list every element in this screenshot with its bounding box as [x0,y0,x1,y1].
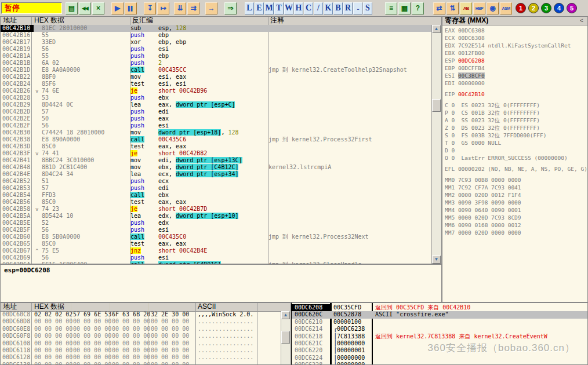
disasm-row[interactable]: 00C42B1A55pushebp [1,53,432,60]
disasm-row[interactable]: 00C42B1655pushebp [1,32,432,39]
register-line[interactable]: Z 0 DS 0023 32位 0(FFFFFFFF) [445,124,587,132]
scroll-thumb[interactable] [432,99,441,112]
register-line[interactable]: O 0 LastErr ERROR_SUCCESS (00000000) [445,154,587,162]
step-into-button[interactable]: ↧ [144,2,156,14]
run-trace-button[interactable]: ... [353,2,362,14]
register-line[interactable]: EBP 00DCFFB4 [445,64,587,72]
dump-row[interactable]: 00DC60E800 00 00 0000 00 00 0000 00 00 0… [1,326,281,333]
dump-row[interactable]: 00DC60C802 02 02 0257 69 6E 536F 63 6B 2… [1,311,281,318]
register-line[interactable]: MM4 0090 0640 0090 0001 [445,206,587,214]
disasm-row[interactable]: 00C42B418BBC24 3C010000movedi, dword ptr… [1,157,432,164]
breakpoint-1-button[interactable]: 1 [516,3,526,13]
register-line[interactable]: S 0 FS 003B 32位 7FFDD000(FFF) [445,132,587,139]
stack-row[interactable]: 00DC620C00C52878ASCII "crossfire.exe" [292,311,587,318]
step-over-button[interactable]: ↦ [157,2,169,14]
disasm-row[interactable]: 00C42B5685C0testeax, eax [1,199,432,206]
disasm-row[interactable]: 00C42B488B1D 2CB1C400movebx, dword ptr [… [1,164,432,171]
disasm-row[interactable]: 00C42B1733EDxorebp, ebp [1,39,432,46]
disasm-row[interactable]: 00C42B26v74 6Ejeshort 00C42B96 [1,87,432,94]
register-line[interactable]: MM2 0000 020D 0012 F1F4 [445,191,587,199]
call-stack-button[interactable]: K [324,2,333,14]
disasm-row[interactable]: 00C42B5357pushedi [1,185,432,192]
windows-list-button[interactable]: W [284,2,293,14]
register-line[interactable]: EIP 00C42B10 [445,90,587,98]
register-line[interactable]: D 0 [445,147,587,154]
breakpoint-5-button[interactable]: 5 [567,3,577,13]
dump-row[interactable]: 00DC60D800 00 00 0000 00 00 0000 00 00 0… [1,318,281,325]
references-window-button[interactable]: R [343,2,353,14]
dump-row[interactable]: 00DC613800 00 00 0000 00 00 0000 00 00 0… [1,362,281,364]
stack-row[interactable]: 00DC6224│00000000 [292,355,587,362]
plugin-target-button[interactable]: ◉ [487,2,499,14]
register-line[interactable]: MM5 0000 020D 7C93 8CD9 [445,214,587,221]
register-line[interactable]: EDX 7C92E514 ntdll.KiFastSystemCallRet [445,42,587,49]
disasm-row[interactable]: 00C42B6AFF15 1CB0C400calldword ptr [C4B0… [1,261,432,264]
stack-row[interactable]: 00DC621000000100 [292,319,587,326]
register-line[interactable]: T 0 GS 0000 NULL [445,139,587,147]
register-line[interactable]: ESI 00C3BCF0 [445,72,587,79]
disasm-row[interactable]: 00C42B38E8 890A0000call00C435C6jmp 到 ker… [1,136,432,143]
disasm-row[interactable]: 00C42B5F56pushesi [1,227,432,233]
plugin-asm-button[interactable]: ASM [500,2,512,14]
register-line[interactable]: MM3 0090 3F98 0090 0000 [445,199,587,206]
appearance-options-button[interactable]: ▦ [398,2,411,14]
restart-button[interactable]: ◀◀ [79,2,91,14]
register-line[interactable]: A 0 SS 0023 32位 0(FFFFFFFF) [445,116,587,124]
scroll-down-icon[interactable]: ▼ [432,256,441,264]
breakpoint-2-button[interactable]: 2 [528,3,539,13]
pause-button[interactable]: ▌▌ [125,2,137,14]
open-file-button[interactable]: ▤ [66,2,78,14]
plugin-ab-button[interactable]: AB [460,2,472,14]
disasm-row[interactable]: 00C42B2853pushebx [1,94,432,101]
disasm-row[interactable]: 00C42B4E8D4C24 34leaecx, dword ptr [esp+… [1,171,432,178]
disasm-row[interactable]: 00C42B1DE8 AA0A0000call00C435CCjmp 到 ker… [1,67,432,74]
close-button[interactable]: × [92,2,104,14]
scroll-up-icon[interactable]: ▲ [281,311,290,319]
breakpoints-window-button[interactable]: B [333,2,343,14]
disasm-row[interactable]: 00C42B5251pushecx [1,178,432,185]
disasm-row[interactable]: 00C42B5A8D5424 10leaedx, dword ptr [esp+… [1,213,432,220]
disasm-row[interactable]: 00C42B1081EC 28010000subesp, 128 [1,25,432,32]
go-to-address-button[interactable]: ⇒ [224,2,237,14]
register-line[interactable]: MM7 0000 020D 0000 0000 [445,229,587,236]
disasm-row[interactable]: 00C42B67^75 E5jnzshort 00C42B4E [1,247,432,254]
disasm-row[interactable]: 00C42B2E50pusheax [1,115,432,122]
disasm-row[interactable]: 00C42B5E52pushedx [1,220,432,227]
scroll-thumb[interactable] [281,331,290,344]
disasm-row[interactable]: 00C42B228BF0movesi, eax [1,74,432,81]
disasm-row[interactable]: 00C42B1956pushesi [1,46,432,53]
register-line[interactable]: EDI 00000000 [445,79,587,87]
disasm-row[interactable]: 00C42B298D4424 0Cleaeax, dword ptr [esp+… [1,101,432,108]
dump-row[interactable]: 00DC60F800 00 00 0000 00 00 0000 00 00 0… [1,333,281,340]
source-window-button[interactable]: S [363,2,372,14]
disasm-row[interactable]: 00C42B3Fv74 41jeshort 00C42B82 [1,150,432,157]
plugin-jump-swap-button[interactable]: ⇄ [433,2,445,14]
disasm-row[interactable]: 00C42B1B6A 02push2 [1,60,432,67]
stack-row[interactable]: 00DC620800C35CFD返回到 00C35CFD 来自 00C42B10 [292,304,587,311]
register-line[interactable]: P 0 CS 001B 32位 0(FFFFFFFF) [445,109,587,116]
patches-window-button[interactable]: / [314,2,323,14]
register-line[interactable]: MM1 7C92 CF7A 7C93 0041 [445,184,587,191]
dump-row[interactable]: 00DC610800 00 00 0000 00 00 0000 00 00 0… [1,340,281,347]
disasm-row[interactable]: 00C42B2485F6testesi, esi [1,81,432,87]
plugin-hbp-button[interactable]: HBP [473,2,485,14]
memory-map-button[interactable]: M [264,2,274,14]
plugin-updown-button[interactable]: ⇅ [447,2,459,14]
dump-scrollbar[interactable]: ▲ [281,311,291,364]
register-line[interactable]: ESP 00DC6208 [445,57,587,64]
animate-over-button[interactable]: ⇉ [187,2,199,14]
breakpoint-3-button[interactable]: 3 [541,3,551,13]
register-line[interactable]: EFL 00000202 (NO, NB, NE, A, NS, PO, GE,… [445,165,587,173]
log-window-button[interactable]: L [245,2,254,14]
run-button[interactable]: ▶ [111,2,124,14]
breakpoint-4-button[interactable]: 4 [554,3,564,13]
animate-into-button[interactable]: ⇊ [174,2,186,14]
stack-row[interactable]: 00DC6218│7C813388返回到 kernel32.7C813388 来… [292,333,587,340]
help-button[interactable]: ? [412,2,424,14]
cpu-window-button[interactable]: C [304,2,313,14]
disasm-row[interactable]: 00C42B60E8 5B0A0000call00C435C0jmp 到 ker… [1,233,432,240]
scroll-up-icon[interactable]: ▲ [432,25,441,33]
disasm-row[interactable]: 00C42B30C74424 18 28010000movdword ptr [… [1,129,432,136]
registers-collapse-button[interactable]: < [578,17,586,24]
disasm-row[interactable]: 00C42B6585C0testeax, eax [1,240,432,247]
